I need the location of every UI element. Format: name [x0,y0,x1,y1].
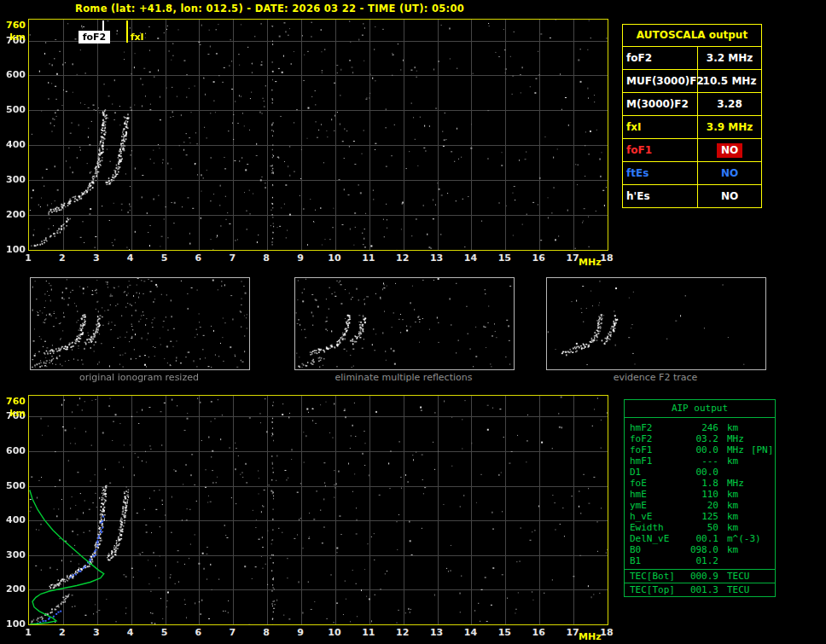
aip-tec-row-1: TEC[Bot]000.9TECU [625,569,775,583]
autoscala-row-value: 3.9 MHz [698,116,761,138]
autoscala-row-ftes: ftEsNO [623,162,761,185]
aip-row-label: hmE [630,489,681,500]
aip-tec-value: 001.3 [681,583,718,596]
y-axis-tick: 300 [2,174,26,185]
autoscala-row-label: fxI [623,116,698,138]
aip-row-unit: MHz [718,433,744,444]
aip-row-unit: km [718,455,738,467]
aip-tec-unit: TECU [718,570,750,583]
x-axis-tick: 6 [188,252,208,264]
x-axis-tick: 4 [120,627,141,638]
aip-row-label: Ewidth [630,522,681,533]
aip-row-value: --- [681,455,718,467]
aip-row-unit: km [718,422,738,433]
autoscala-row-label: h'Es [623,185,698,207]
aip-row-h-ve: h_vE125km [625,511,775,522]
x-axis-unit-label: MHz [579,631,602,642]
x-axis-tick: 6 [188,627,208,638]
x-axis-tick: 3 [86,252,107,264]
autoscala-output-table: AUTOSCALA output foF23.2 MHzMUF(3000)F21… [622,24,762,208]
aip-row-unit: MHz [718,478,744,489]
autoscala-row-fof1: foF1NO [623,139,761,162]
aip-row-value: 01.2 [681,555,718,566]
y-axis-tick: 500 [2,104,26,115]
top-ionogram-plot [28,19,608,251]
thumbnail-panel-2 [294,277,515,370]
x-axis-tick: 12 [393,627,413,638]
aip-row-label: ymE [630,500,681,511]
aip-row-b1: B101.2 [625,555,775,566]
thumbnail-canvas [31,278,247,368]
y-axis-tick: 200 [2,583,26,595]
autoscala-row-value: NO [698,139,761,161]
x-axis-tick: 13 [427,252,447,264]
aip-row-extra: [PN] [744,444,774,455]
autoscala-row-value: NO [698,162,761,184]
aip-row-value: 125 [681,511,718,522]
thumbnail-caption: original ionogram resized [30,372,248,383]
x-axis-tick: 7 [222,252,242,264]
thumbnail-canvas [547,278,764,368]
window-title: Rome (lat: +41.8, lon: 012.5) - DATE: 20… [75,3,464,15]
aip-row-hme: hmE110km [625,489,775,500]
x-axis-tick: 9 [290,627,311,638]
autoscala-row-value: NO [698,185,761,207]
y-axis-tick: 760 [2,396,26,407]
aip-row-label: foE [630,478,681,489]
aip-row-label: DelN_vE [630,533,681,544]
aip-row-label: hmF2 [630,422,681,433]
autoscala-row-label: foF1 [623,139,698,161]
autoscala-row-h-es: h'EsNO [623,185,761,207]
x-axis-tick: 4 [120,252,141,264]
x-axis-tick: 10 [324,252,345,264]
autoscala-row-label: ftEs [623,162,698,184]
aip-row-unit: km [718,544,738,555]
x-axis-tick: 8 [256,627,276,638]
aip-row-unit: km [718,522,738,533]
aip-row-fof2: foF203.2MHz [625,433,775,444]
aip-row-unit [718,555,727,566]
aip-row-value: 110 [681,489,718,500]
thumbnail-panel-1 [30,277,250,370]
y-axis-tick: 400 [2,514,26,525]
aip-row-unit [718,467,727,478]
autoscala-row-fxi: fxI3.9 MHz [623,116,761,139]
bottom-ionogram-plot [28,395,608,625]
aip-row-value: 00.1 [681,533,718,544]
aip-row-label: D1 [630,467,681,478]
x-axis-tick: 1 [18,627,38,638]
aip-tec-value: 000.9 [681,570,718,583]
autoscala-table-header: AUTOSCALA output [623,25,761,47]
x-axis-tick: 14 [460,627,480,638]
aip-row-label: foF1 [630,444,681,455]
x-axis-unit-label: MHz [579,257,602,268]
aip-tec-unit: TECU [718,583,750,596]
aip-row-unit: km [718,511,738,522]
x-axis-tick: 15 [494,627,515,638]
x-axis-tick: 7 [222,627,242,638]
x-axis-tick: 3 [86,627,107,638]
aip-tec-label: TEC[Bot] [630,570,681,583]
aip-row-value: 20 [681,500,718,511]
aip-row-value: 03.2 [681,433,718,444]
x-axis-tick: 16 [528,252,549,264]
x-axis-tick: 5 [154,252,175,264]
autoscala-row-fof2: foF23.2 MHz [623,47,761,70]
fxi-marker-label: fxI [131,32,144,43]
aip-tec-rows: TEC[Bot]000.9TECUTEC[Top]001.3TECU [625,569,775,596]
aip-tec-label: TEC[Top] [630,583,681,596]
aip-row-value: 1.8 [681,478,718,489]
aip-row-foe: foE1.8MHz [625,478,775,489]
aip-row-value: 098.0 [681,544,718,555]
aip-row-ewidth: Ewidth50km [625,522,775,533]
x-axis-tick: 14 [460,252,480,264]
x-axis-tick: 13 [427,627,447,638]
y-axis-tick: 760 [2,20,26,31]
autoscala-table-rows: foF23.2 MHzMUF(3000)F210.5 MHzM(3000)F23… [623,47,761,207]
thumbnail-caption: eliminate multiple reflections [294,372,513,383]
ionogram-canvas [29,396,608,624]
aip-row-unit: km [718,489,738,500]
y-axis-tick: 200 [2,209,26,220]
aip-row-value: 00.0 [681,444,718,455]
x-axis-tick: 5 [154,627,175,638]
